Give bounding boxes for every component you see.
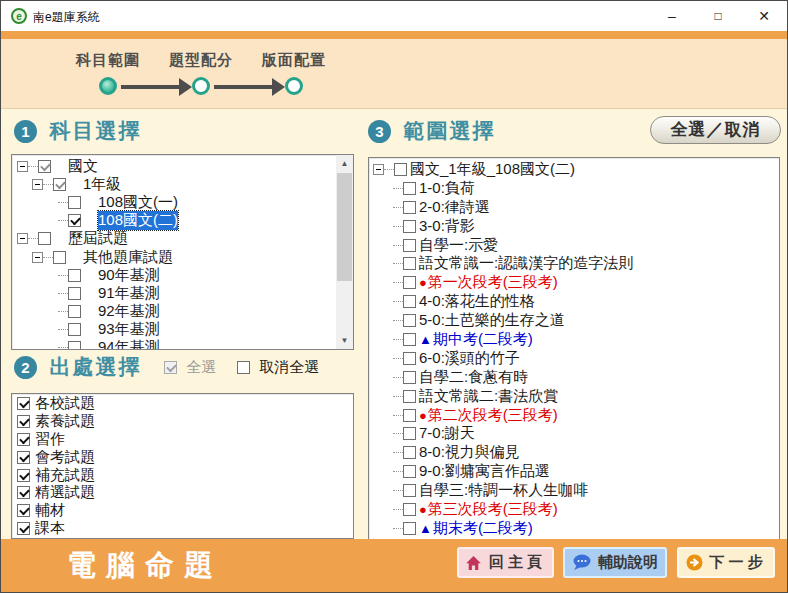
tree-item-label[interactable]: ●第二次段考(三段考) bbox=[419, 406, 558, 425]
tree-item[interactable]: ▲期末考(二段考) bbox=[373, 519, 777, 538]
tree-item-label[interactable]: 6-0:溪頭的竹子 bbox=[419, 349, 520, 368]
tree-item[interactable]: 補充試題 bbox=[15, 466, 351, 484]
tree-item-label[interactable]: 自學三:特調一杯人生咖啡 bbox=[419, 481, 588, 500]
tree-item-label[interactable]: 課本 bbox=[35, 519, 65, 538]
tree-item[interactable]: 8-0:視力與偏見 bbox=[373, 443, 777, 462]
checkbox[interactable] bbox=[403, 239, 416, 252]
tree-item-label[interactable]: 精選試題 bbox=[35, 483, 95, 502]
tree-item-label[interactable]: 90年基測 bbox=[98, 266, 160, 285]
tree-item-label[interactable]: 91年基測 bbox=[98, 284, 160, 303]
help-button[interactable]: 輔助說明 bbox=[563, 547, 667, 578]
tree-item[interactable]: 93年基測 bbox=[15, 321, 335, 339]
checkbox[interactable] bbox=[68, 269, 81, 282]
tree-item[interactable]: 2-0:律詩選 bbox=[373, 198, 777, 217]
expand-collapse-icon[interactable] bbox=[17, 161, 28, 172]
checkbox[interactable] bbox=[403, 220, 416, 233]
tree-item-label[interactable]: 歷屆試題 bbox=[68, 229, 128, 248]
checkbox[interactable] bbox=[68, 323, 81, 336]
expand-collapse-icon[interactable] bbox=[373, 164, 384, 175]
tree-item-label[interactable]: 8-0:視力與偏見 bbox=[419, 443, 520, 462]
tree-item-label[interactable]: 1-0:負荷 bbox=[419, 179, 475, 198]
checkbox[interactable] bbox=[403, 390, 416, 403]
tree-item-label[interactable]: 語文常識二:書法欣賞 bbox=[419, 387, 558, 406]
checkbox[interactable] bbox=[17, 415, 30, 428]
checkbox[interactable] bbox=[68, 305, 81, 318]
tree-item[interactable]: 90年基測 bbox=[15, 266, 335, 284]
tree-item[interactable]: 91年基測 bbox=[15, 284, 335, 302]
deselect-all-checkbox[interactable] bbox=[237, 361, 250, 374]
tree-item-label[interactable]: 語文常識一:認識漢字的造字法則 bbox=[419, 254, 633, 273]
checkbox[interactable] bbox=[17, 397, 30, 410]
tree-item-label[interactable]: 輔材 bbox=[35, 501, 65, 520]
tree-item[interactable]: 自學二:食蔥有時 bbox=[373, 368, 777, 387]
tree-item-label[interactable]: 7-0:謝天 bbox=[419, 424, 475, 443]
checkbox[interactable] bbox=[403, 295, 416, 308]
tree-item-label[interactable]: ●第一次段考(三段考) bbox=[419, 273, 558, 292]
tree-item[interactable]: 6-0:溪頭的竹子 bbox=[373, 349, 777, 368]
checkbox[interactable] bbox=[403, 257, 416, 270]
tree-item[interactable]: 語文常識一:認識漢字的造字法則 bbox=[373, 254, 777, 273]
tree-item[interactable]: 3-0:背影 bbox=[373, 217, 777, 236]
tree-item[interactable]: 4-0:落花生的性格 bbox=[373, 292, 777, 311]
checkbox[interactable] bbox=[403, 371, 416, 384]
scroll-up-icon[interactable]: ▲ bbox=[336, 155, 353, 172]
expand-collapse-icon[interactable] bbox=[17, 233, 28, 244]
tree-item[interactable]: ●第一次段考(三段考) bbox=[373, 273, 777, 292]
tree-item[interactable]: 國文_1年級_108國文(二) bbox=[373, 160, 777, 179]
tree-item[interactable]: 歷屆試題 bbox=[15, 230, 335, 248]
tree-item[interactable]: 94年基測 bbox=[15, 339, 335, 350]
checkbox[interactable] bbox=[17, 522, 30, 535]
tree-item[interactable]: 1-0:負荷 bbox=[373, 179, 777, 198]
tree-item-label[interactable]: 各校試題 bbox=[35, 394, 95, 413]
close-button[interactable]: ✕ bbox=[741, 1, 787, 31]
tree-item[interactable]: 各校試題 bbox=[15, 395, 351, 413]
tree-item[interactable]: 9-0:劉墉寓言作品選 bbox=[373, 462, 777, 481]
tree-item-label[interactable]: 素養試題 bbox=[35, 412, 95, 431]
checkbox[interactable] bbox=[403, 333, 416, 346]
checkbox[interactable] bbox=[68, 214, 81, 227]
tree-item-label[interactable]: ●第三次段考(三段考) bbox=[419, 500, 558, 519]
tree-item-label[interactable]: 2-0:律詩選 bbox=[419, 198, 490, 217]
checkbox[interactable] bbox=[68, 287, 81, 300]
tree-item-label[interactable]: 1年級 bbox=[83, 175, 121, 194]
home-button[interactable]: 回主頁 bbox=[457, 547, 554, 578]
checkbox[interactable] bbox=[68, 341, 81, 350]
tree-item[interactable]: 1年級 bbox=[15, 175, 335, 193]
scrollbar[interactable]: ▲ ▼ bbox=[336, 155, 353, 349]
scroll-down-icon[interactable]: ▼ bbox=[336, 332, 353, 349]
tree-item-label[interactable]: ▲期末考(二段考) bbox=[419, 519, 533, 538]
tree-item[interactable]: ▲期中考(二段考) bbox=[373, 330, 777, 349]
tree-item-label[interactable]: 習作 bbox=[35, 430, 65, 449]
checkbox[interactable] bbox=[38, 232, 51, 245]
tree-item-label[interactable]: 其他題庫試題 bbox=[83, 248, 173, 267]
checkbox[interactable] bbox=[403, 352, 416, 365]
tree-item-label[interactable]: 9-0:劉墉寓言作品選 bbox=[419, 462, 550, 481]
tree-item[interactable]: 會考試題 bbox=[15, 448, 351, 466]
checkbox[interactable] bbox=[403, 201, 416, 214]
tree-item[interactable]: 其他題庫試題 bbox=[15, 248, 335, 266]
checkbox[interactable] bbox=[403, 182, 416, 195]
tree-item[interactable]: 92年基測 bbox=[15, 303, 335, 321]
tree-item-label[interactable]: ▲期中考(二段考) bbox=[419, 330, 533, 349]
tree-item-label[interactable]: 補充試題 bbox=[35, 466, 95, 485]
expand-collapse-icon[interactable] bbox=[32, 179, 43, 190]
checkbox[interactable] bbox=[394, 163, 407, 176]
tree-item-label[interactable]: 92年基測 bbox=[98, 302, 160, 321]
checkbox[interactable] bbox=[403, 503, 416, 516]
checkbox[interactable] bbox=[17, 451, 30, 464]
maximize-button[interactable]: □ bbox=[695, 1, 741, 31]
tree-item-label[interactable]: 自學一:示愛 bbox=[419, 236, 498, 255]
tree-item-label[interactable]: 會考試題 bbox=[35, 448, 95, 467]
checkbox[interactable] bbox=[403, 427, 416, 440]
checkbox[interactable] bbox=[403, 409, 416, 422]
tree-item[interactable]: 7-0:謝天 bbox=[373, 424, 777, 443]
minimize-button[interactable]: – bbox=[649, 1, 695, 31]
checkbox[interactable] bbox=[17, 504, 30, 517]
tree-item[interactable]: 自學一:示愛 bbox=[373, 236, 777, 255]
checkbox[interactable] bbox=[403, 465, 416, 478]
checkbox[interactable] bbox=[53, 251, 66, 264]
checkbox[interactable] bbox=[403, 276, 416, 289]
checkbox[interactable] bbox=[403, 484, 416, 497]
tree-item-label[interactable]: 國文_1年級_108國文(二) bbox=[410, 160, 575, 179]
tree-item[interactable]: 語文常識二:書法欣賞 bbox=[373, 387, 777, 406]
